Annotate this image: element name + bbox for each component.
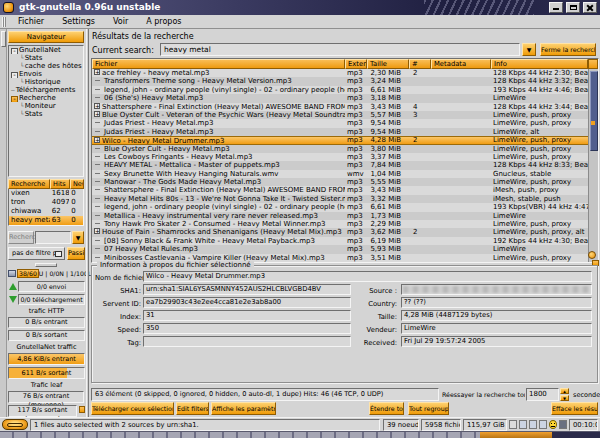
menu-item-voir[interactable]: Voir [104, 15, 137, 26]
nav-header[interactable]: Navigateur [8, 31, 84, 43]
results-scrollbar[interactable] [588, 59, 598, 262]
col-fichier[interactable]: Fichier [92, 59, 345, 69]
tree-branch-icon: └ [20, 62, 24, 69]
row-expander-icon[interactable]: + [94, 103, 100, 109]
spin-down-icon[interactable]: ▼ [560, 395, 569, 401]
menu-item-fichier[interactable]: Fichier [9, 15, 53, 26]
search-entry[interactable] [35, 231, 71, 244]
clear-results-button[interactable]: Efface les résultats [551, 402, 598, 415]
country-field[interactable]: ?? (??) [401, 297, 592, 308]
edit-filters-button[interactable]: Edit filters [176, 402, 209, 415]
filename-field[interactable]: Wilco - Heavy Metal Drummer.mp3 [143, 271, 592, 282]
retry-interval-input[interactable]: 1800 [526, 388, 559, 401]
sidebar-item-cache-des-hôtes[interactable]: └cache des hôtes [9, 62, 83, 70]
tree-expander-icon[interactable]: - [11, 96, 18, 102]
result-row[interactable]: [08] Sonny Black & Frank White - Heavy M… [92, 237, 588, 245]
col-count[interactable]: # [409, 59, 431, 69]
result-row[interactable]: +ace frehley - heavy metal.mp3mp32,30 Mi… [92, 69, 588, 77]
retry-spinner[interactable]: ▲ ▼ [560, 388, 569, 401]
result-row[interactable]: +Blue Oyster Cult - Veteran of the Psych… [92, 111, 588, 119]
search-entry-dropdown-icon[interactable]: ▼ [72, 231, 84, 244]
result-row[interactable]: +Wilco - Heavy Metal Drummer.mp3mp34,28 … [92, 136, 588, 144]
result-row[interactable]: 07 Heavy Metal Rules.mp3mp35,93 MiBLimeW… [92, 245, 588, 253]
close-search-button[interactable]: Ferme la recherche [540, 43, 596, 56]
sha1-field[interactable]: urn:sha1:SIAL6YSASMNNY452AUS2HLCBLVGBD4B… [143, 284, 351, 295]
filter-button[interactable]: pas de filtre p [8, 247, 65, 260]
search-list-item[interactable]: heavy metal630 [9, 216, 83, 225]
tag-field[interactable] [143, 336, 351, 347]
result-row[interactable]: legend, john - ordinary people (vinyl si… [92, 203, 588, 211]
search-list-item[interactable]: chiwawa620 [9, 207, 83, 216]
close-button[interactable] [583, 2, 597, 13]
search-list-item[interactable]: vixen16180 [9, 189, 83, 198]
sidebar-item-stats[interactable]: └Stats [9, 110, 83, 118]
sidebar-corner-grip[interactable] [79, 406, 85, 413]
servent-field[interactable]: ea7b29903c43e2ee4cca81e2e3ab8a00 [143, 297, 351, 308]
sidebar-item-recherche[interactable]: -Recherche [9, 94, 83, 102]
col-extens[interactable]: Extens [345, 59, 367, 69]
speed-field[interactable]: 350 [143, 323, 351, 334]
result-row[interactable]: Les Cowboys Fringants - Heavy Metal.mp3m… [92, 153, 588, 161]
passive-button[interactable]: Passif [67, 247, 85, 260]
result-row[interactable]: Shattersphere - Final Extinction (Heavy … [92, 186, 588, 194]
result-row[interactable]: legend, john - ordinary people (vinyl si… [92, 86, 588, 94]
menu-item-a-propos[interactable]: A propos [137, 15, 190, 26]
col-recherche[interactable]: Recherche [8, 179, 50, 189]
header-corner-button[interactable] [588, 59, 598, 69]
result-row[interactable]: Judas Priest - Heavy Metal.mp3mp39,54 Mi… [92, 128, 588, 136]
result-row[interactable]: 06 (She's) Heavy Metal.mp3mp33,18 MiBLim… [92, 94, 588, 102]
row-expander-icon[interactable]: + [94, 137, 100, 143]
menu-item-settings[interactable]: Settings [53, 15, 104, 26]
col-hits[interactable]: Hits [50, 179, 70, 189]
result-row[interactable]: Sexy Brunette With Heavy Hanging Natural… [92, 170, 588, 178]
result-row[interactable]: Tony Hawk Pro Skater 2 - Consumed - Heav… [92, 220, 588, 228]
titlebar[interactable]: gtk-gnutella 0.96u unstable [0, 0, 600, 15]
size-field[interactable]: 4,28 MiB (4487129 bytes) [401, 310, 592, 321]
row-expander-icon[interactable]: + [94, 69, 100, 75]
maximize-button[interactable] [566, 2, 580, 13]
result-row[interactable]: +Shattersphere - Final Extinction (Heavy… [92, 103, 588, 111]
result-row[interactable]: Blue Oyster Cult - Heavy Metal.mp3mp33,8… [92, 145, 588, 153]
minimize-button[interactable] [549, 2, 563, 13]
download-selected-button[interactable]: Télécharger ceux sélectionnés [91, 402, 174, 415]
sidebar-item-envois[interactable]: -Envois [9, 70, 83, 78]
scroll-bottom-icon[interactable] [588, 251, 596, 259]
result-row[interactable]: Judas Priest - Heavy Metal.mp3mp39,54 Mi… [92, 119, 588, 127]
show-params-button[interactable]: Affiche les paramètres [211, 402, 276, 415]
result-row[interactable]: Heavy Metal Hits 80s - 13 - We're Not Go… [92, 195, 588, 203]
vendor-field[interactable]: LimeWire [401, 323, 592, 334]
sidebar-item-téléchargements[interactable]: –Téléchargements [9, 86, 83, 94]
menubar-grip[interactable] [2, 17, 6, 27]
search-list-header[interactable]: Recherche Hits New [8, 179, 84, 189]
tree-expander-icon[interactable]: - [11, 72, 18, 78]
result-row[interactable]: Metallica - Heavy instrumental very rare… [92, 212, 588, 220]
row-expander-icon[interactable]: + [94, 111, 100, 117]
sidebar-item-historique[interactable]: └Historique [9, 78, 83, 86]
row-expander-icon[interactable]: + [94, 228, 100, 234]
scrollbar-thumb[interactable] [590, 71, 598, 151]
gnutella-logo-icon[interactable] [2, 419, 28, 430]
col-metadata[interactable]: Metadata [431, 59, 491, 69]
spin-up-icon[interactable]: ▲ [560, 388, 569, 394]
source-field[interactable] [401, 284, 592, 295]
result-row[interactable]: Transformers Theme song - Heavy Metal Ve… [92, 77, 588, 85]
col-taille[interactable]: Taille [367, 59, 409, 69]
search-list-item[interactable]: tron40970 [9, 198, 83, 207]
received-field[interactable]: Fri Jul 29 19:57:24 2005 [401, 336, 592, 347]
result-row[interactable]: Manowar - The Gods Made Heavy Metal.mp3m… [92, 178, 588, 186]
sidebar-item-stats[interactable]: └Stats [9, 54, 83, 62]
sidebar-splitter[interactable] [35, 263, 57, 267]
expand-all-button[interactable]: Étendre tout [369, 402, 404, 415]
toolbar-grip[interactable] [1, 31, 6, 47]
sidebar-item-gnutellanet[interactable]: -GnutellaNet [9, 46, 83, 54]
result-row[interactable]: HEAVY METAL - Mettalica - Master of pupp… [92, 161, 588, 169]
collapse-all-button[interactable]: Tout regrouper [408, 402, 449, 415]
sidebar-item-moniteur[interactable]: └Moniteur [9, 102, 83, 110]
tree-expander-icon[interactable]: - [11, 48, 18, 54]
col-info[interactable]: Info [491, 59, 588, 69]
col-new[interactable]: New [70, 179, 84, 189]
current-search-input[interactable]: heavy metal [160, 43, 520, 56]
index-field[interactable]: 31 [143, 310, 351, 321]
current-search-dropdown-icon[interactable]: ▼ [522, 43, 536, 56]
result-row[interactable]: +House of Pain - Shamrocks and Shenaniga… [92, 228, 588, 236]
